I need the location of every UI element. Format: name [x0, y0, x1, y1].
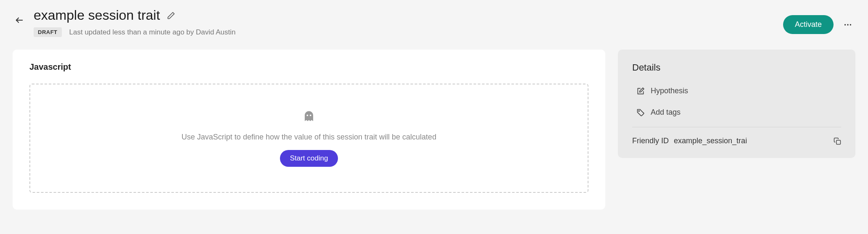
details-panel: Details Hypothesis Add tags Friendly ID … — [618, 50, 855, 158]
svg-point-1 — [844, 24, 846, 25]
hypothesis-button[interactable]: Hypothesis — [632, 84, 841, 98]
svg-point-3 — [850, 24, 851, 25]
hypothesis-label: Hypothesis — [651, 87, 688, 95]
friendly-id-row: Friendly ID example_session_trai — [632, 137, 841, 145]
add-tags-button[interactable]: Add tags — [632, 105, 841, 119]
activate-button[interactable]: Activate — [783, 15, 834, 34]
javascript-empty-text: Use JavaScript to define how the value o… — [182, 133, 436, 142]
friendly-id-label: Friendly ID — [632, 137, 669, 145]
javascript-card-title: Javascript — [29, 62, 588, 72]
javascript-empty-state: Use JavaScript to define how the value o… — [29, 84, 588, 193]
start-coding-button[interactable]: Start coding — [280, 150, 338, 167]
copy-friendly-id-button[interactable] — [834, 137, 841, 145]
page-title: example session trait — [34, 8, 160, 23]
javascript-card: Javascript Use JavaScript to define how … — [13, 50, 605, 210]
details-title: Details — [632, 62, 841, 73]
title-row: example session trait — [34, 8, 236, 23]
header-left: example session trait DRAFT Last updated… — [13, 8, 236, 37]
svg-rect-5 — [836, 140, 841, 144]
add-tags-label: Add tags — [651, 108, 681, 117]
page-header: example session trait DRAFT Last updated… — [13, 8, 855, 37]
status-badge: DRAFT — [34, 27, 62, 37]
svg-point-2 — [847, 24, 848, 25]
more-horizontal-icon — [843, 20, 852, 29]
details-divider — [632, 127, 841, 127]
meta-row: DRAFT Last updated less than a minute ag… — [34, 27, 236, 37]
arrow-left-icon — [15, 16, 24, 25]
header-right: Activate — [783, 15, 855, 34]
back-button[interactable] — [13, 13, 26, 27]
friendly-id-value: example_session_trai — [674, 137, 747, 145]
edit-note-icon — [636, 87, 645, 95]
last-updated-text: Last updated less than a minute ago by D… — [69, 28, 236, 37]
content-area: Javascript Use JavaScript to define how … — [13, 50, 855, 210]
pencil-icon — [167, 11, 175, 20]
svg-point-4 — [638, 110, 639, 111]
edit-title-button[interactable] — [167, 11, 175, 20]
tag-icon — [636, 108, 645, 117]
copy-icon — [834, 137, 841, 145]
title-block: example session trait DRAFT Last updated… — [34, 8, 236, 37]
more-actions-button[interactable] — [840, 17, 855, 32]
ghost-icon — [303, 110, 315, 124]
